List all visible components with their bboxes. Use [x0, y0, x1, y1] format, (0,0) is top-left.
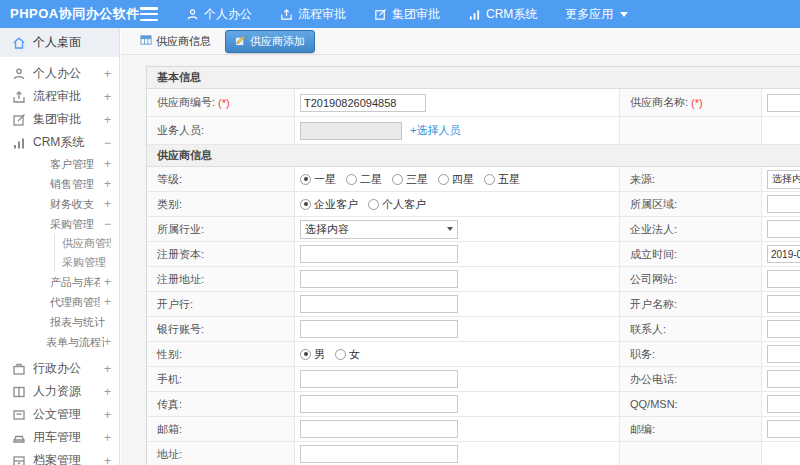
sidebar-item-crm-system[interactable]: CRM系统 −: [0, 131, 119, 154]
sidebar-item-vehicle-management[interactable]: 用车管理 +: [0, 426, 119, 449]
office-phone-label: 办公电话:: [620, 367, 762, 391]
radio-icon: [335, 349, 346, 360]
level-radio-3star[interactable]: 三星: [392, 172, 428, 187]
mobile-input[interactable]: [300, 370, 458, 388]
fax-input[interactable]: [300, 395, 458, 413]
sidebar-item-customer-management[interactable]: 客户管理 +: [0, 154, 119, 174]
sidebar-item-archive-management[interactable]: 档案管理 +: [0, 449, 119, 465]
supplier-code-input[interactable]: [300, 94, 426, 112]
form-row: 传真: QQ/MSN:: [147, 392, 800, 417]
sidebar-item-administration[interactable]: 行政办公 +: [0, 357, 119, 380]
website-input[interactable]: [767, 270, 800, 288]
qq-msn-input[interactable]: [767, 395, 800, 413]
supplier-add-form: 基本信息 供应商编号: (*) 供应商名称: (*): [146, 66, 800, 465]
category-radio-personal[interactable]: 个人客户: [368, 197, 426, 212]
archive-icon: [12, 454, 26, 465]
nav-group-approval[interactable]: 集团审批: [374, 6, 440, 23]
sidebar-item-purchase-management-sub[interactable]: 采购管理: [0, 253, 119, 272]
level-label: 等级:: [147, 167, 295, 191]
sidebar-item-human-resources[interactable]: 人力资源 +: [0, 380, 119, 403]
section-basic-info: 基本信息: [147, 67, 800, 89]
edit-icon: [12, 113, 26, 127]
indent-guide: [54, 234, 55, 253]
level-radio-1star[interactable]: 一星: [300, 172, 336, 187]
user-icon: [186, 8, 199, 21]
form-row: 邮箱: 邮编:: [147, 417, 800, 442]
nav-personal-office[interactable]: 个人办公: [186, 6, 252, 23]
radio-icon: [300, 199, 311, 210]
indent-guide: [54, 253, 55, 272]
form-row: 业务人员: +选择人员: [147, 117, 800, 145]
founded-date-input[interactable]: [767, 245, 800, 263]
radio-icon: [368, 199, 379, 210]
choose-person-link[interactable]: +选择人员: [410, 123, 460, 138]
gender-radio-male[interactable]: 男: [300, 347, 325, 362]
form-row: 手机: 办公电话:: [147, 367, 800, 392]
app-logo: PHPOA协同办公软件: [0, 5, 128, 23]
supplier-code-label: 供应商编号: (*): [147, 89, 295, 116]
legal-person-input[interactable]: [767, 220, 800, 238]
level-radio-5star[interactable]: 五星: [484, 172, 520, 187]
briefcase-icon: [12, 362, 26, 376]
gender-radio-female[interactable]: 女: [335, 347, 360, 362]
nav-more-apps[interactable]: 更多应用: [565, 6, 628, 23]
sidebar-item-reports-statistics[interactable]: 报表与统计: [0, 312, 119, 332]
email-input[interactable]: [300, 420, 458, 438]
gender-radio-group: 男 女: [300, 347, 360, 362]
form-row: 注册资本: 成立时间:: [147, 242, 800, 267]
sidebar-item-personal-office[interactable]: 个人办公 +: [0, 62, 119, 85]
position-input[interactable]: [767, 345, 800, 363]
bank-input[interactable]: [300, 295, 458, 313]
sidebar-item-sales-management[interactable]: 销售管理 +: [0, 174, 119, 194]
sidebar-item-agent-management[interactable]: 代理商管理 +: [0, 292, 119, 312]
office-phone-input[interactable]: [767, 370, 800, 388]
tab-supplier-info[interactable]: 供应商信息: [134, 31, 217, 52]
tab-supplier-add[interactable]: 供应商添加: [225, 30, 315, 53]
sidebar-item-product-inventory[interactable]: 产品与库存 +: [0, 272, 119, 292]
sidebar-item-finance[interactable]: 财务收支 +: [0, 194, 119, 214]
category-radio-enterprise[interactable]: 企业客户: [300, 197, 358, 212]
radio-icon: [438, 174, 449, 185]
supplier-name-input[interactable]: [767, 94, 800, 112]
category-label: 类别:: [147, 192, 295, 216]
sidebar-item-group-approval[interactable]: 集团审批 +: [0, 108, 119, 131]
industry-select[interactable]: 选择内容: [300, 220, 458, 239]
form-row: 开户行: 开户名称:: [147, 292, 800, 317]
account-name-input[interactable]: [767, 295, 800, 313]
level-radio-group: 一星 二星 三星 四星 五星: [300, 172, 520, 187]
level-radio-4star[interactable]: 四星: [438, 172, 474, 187]
form-row: 供应商编号: (*) 供应商名称: (*): [147, 89, 800, 117]
sidebar-item-document-management[interactable]: 公文管理 +: [0, 403, 119, 426]
website-label: 公司网站:: [620, 267, 762, 291]
form-row: 性别: 男 女 职务:: [147, 342, 800, 367]
sidebar-item-purchase-management[interactable]: 采购管理 −: [0, 214, 119, 234]
zip-input[interactable]: [767, 420, 800, 438]
sidebar-item-personal-desktop[interactable]: 个人桌面: [0, 28, 119, 57]
sidebar-item-workflow-approval[interactable]: 流程审批 +: [0, 85, 119, 108]
bank-label: 开户行:: [147, 292, 295, 316]
sales-person-input[interactable]: [300, 122, 402, 140]
nav-crm-system[interactable]: CRM系统: [468, 6, 537, 23]
level-radio-2star[interactable]: 二星: [346, 172, 382, 187]
radio-icon: [392, 174, 403, 185]
radio-icon: [300, 174, 311, 185]
form-row: 类别: 企业客户 个人客户 所属区域:: [147, 192, 800, 217]
region-input[interactable]: [767, 195, 800, 213]
contact-input[interactable]: [767, 320, 800, 338]
chevron-down-icon: [447, 227, 453, 231]
source-select[interactable]: 选择内容: [767, 170, 800, 189]
nav-workflow-approval[interactable]: 流程审批: [280, 6, 346, 23]
radio-icon: [484, 174, 495, 185]
registered-address-input[interactable]: [300, 270, 458, 288]
account-name-label: 开户名称:: [620, 292, 762, 316]
address-input[interactable]: [300, 445, 458, 463]
bank-account-input[interactable]: [300, 320, 458, 338]
edit-add-icon: [235, 35, 246, 48]
registered-capital-input[interactable]: [300, 245, 458, 263]
sidebar-item-form-workflow-settings[interactable]: 表单与流程设置 +: [0, 332, 119, 352]
menu-toggle-icon[interactable]: [140, 7, 158, 21]
table-icon: [140, 34, 152, 48]
position-label: 职务:: [620, 342, 762, 366]
sidebar-item-supplier-management[interactable]: 供应商管理: [0, 234, 119, 253]
top-bar: PHPOA协同办公软件 个人办公 流程审批: [0, 0, 800, 28]
